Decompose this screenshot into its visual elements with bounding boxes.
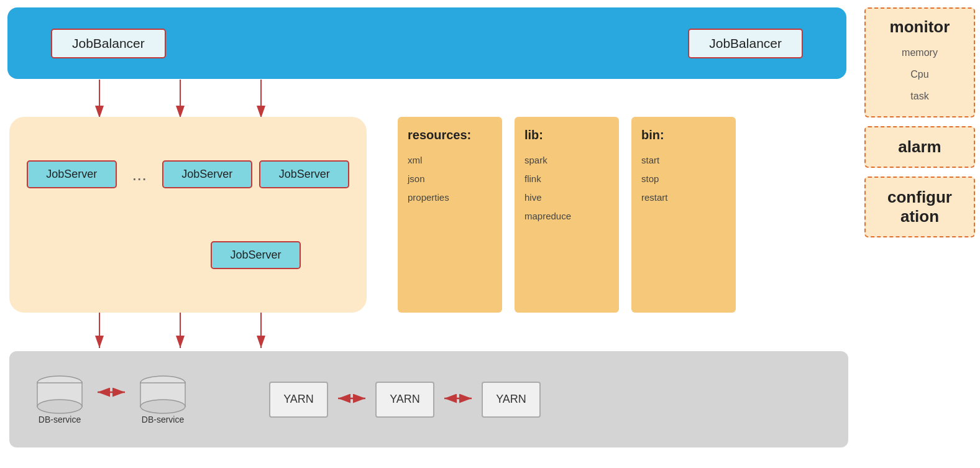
right-sidebar: monitor memory Cpu task alarm configur a… [864, 7, 975, 237]
monitor-title: monitor [890, 17, 950, 37]
svg-point-9 [37, 400, 82, 413]
lib-box: lib: spark flink hive mapreduce [515, 117, 619, 313]
job-server-box-1: JobServer [27, 160, 117, 188]
job-balancer-banner: JobBalancer JobBalancer [7, 7, 846, 79]
resources-items: xml json properties [408, 151, 492, 207]
db-cylinder-2 [137, 374, 188, 415]
yarn-arrow-2 [434, 392, 482, 407]
alarm-title: alarm [898, 137, 941, 157]
monitor-task: task [910, 85, 928, 107]
lib-items: spark flink hive mapreduce [524, 151, 609, 226]
yarn-arrow-1-svg [333, 392, 370, 405]
yarn-box-1: YARN [269, 382, 328, 418]
main-diagram: JobBalancer JobBalancer JobServer ... [0, 0, 980, 468]
db-service-1-label: DB-service [39, 415, 81, 424]
db-cylinder-1 [34, 374, 85, 415]
configuration-title: configur ation [873, 188, 966, 226]
job-server-box-4: JobServer [211, 241, 301, 269]
alarm-panel: alarm [864, 126, 975, 168]
resources-box: resources: xml json properties [398, 117, 502, 313]
monitor-cpu: Cpu [910, 63, 928, 85]
configuration-panel: configur ation [864, 177, 975, 237]
db-services-group: DB-service [34, 374, 188, 424]
yarn-group: YARN YARN [269, 382, 541, 418]
bin-title: bin: [641, 128, 726, 142]
job-balancer-box-2: JobBalancer [688, 29, 803, 58]
lib-title: lib: [524, 128, 609, 142]
job-server-box-2: JobServer [162, 160, 252, 188]
job-balancer-box-1: JobBalancer [51, 29, 166, 58]
resources-title: resources: [408, 128, 492, 142]
db-arrow [85, 386, 137, 401]
yarn-box-3: YARN [482, 382, 541, 418]
yarn-arrow-2-svg [439, 392, 477, 405]
monitor-panel: monitor memory Cpu task [864, 7, 975, 117]
db-bidirectional-arrow-svg [93, 386, 130, 398]
bottom-layer: DB-service [9, 351, 848, 447]
dots-label: ... [124, 165, 155, 185]
db-service-2-label: DB-service [142, 415, 184, 424]
bin-items: start stop restart [641, 151, 726, 207]
bin-box: bin: start stop restart [631, 117, 736, 313]
yarn-arrow-1 [328, 392, 375, 407]
job-server-box-3: JobServer [259, 160, 349, 188]
db-service-2: DB-service [137, 374, 188, 424]
job-server-container: JobServer ... JobServer JobServer JobSer… [9, 117, 367, 313]
yarn-box-2: YARN [375, 382, 434, 418]
db-service-1: DB-service [34, 374, 85, 424]
svg-point-15 [140, 400, 185, 413]
monitor-memory: memory [902, 42, 938, 63]
resource-boxes-group: resources: xml json properties lib: spar… [398, 117, 736, 313]
